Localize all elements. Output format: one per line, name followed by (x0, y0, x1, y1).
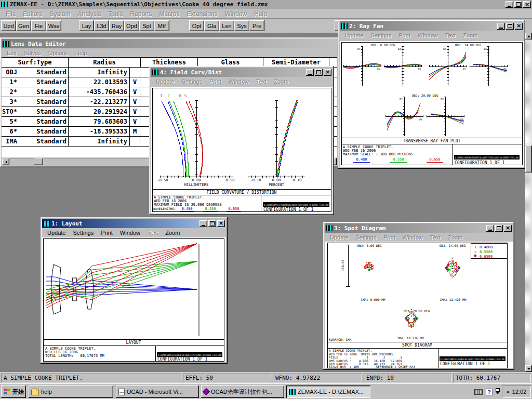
tray-restore-icon[interactable] (496, 388, 500, 396)
toolbar-gla[interactable]: Gla (204, 20, 219, 31)
spot-menu-settings[interactable]: Settings (352, 234, 380, 241)
fieldcurv-menu-settings[interactable]: Settings (178, 78, 206, 85)
spot-titlebar[interactable]: 3: Spot Diagram × (325, 223, 513, 233)
fieldcurv-titlebar[interactable]: 4: Field Curv/Dist × (151, 68, 332, 77)
rayfan-menu-zoom[interactable]: Zoom (459, 32, 481, 39)
toolbar-spt[interactable]: Spt (139, 20, 154, 31)
maximize-button[interactable] (208, 220, 216, 227)
maximize-button[interactable] (506, 23, 514, 30)
spot-menu-text[interactable]: Text (427, 234, 444, 241)
rayfan-menu-text[interactable]: Text (442, 32, 459, 39)
lde-menu-solves[interactable]: Solves (20, 49, 45, 57)
spot-menubar: Update Settings Print Window Text Zoom (325, 233, 513, 242)
close-button[interactable]: × (515, 23, 523, 30)
lde-menu-edit[interactable]: Edit (3, 49, 20, 57)
toolbar-ray[interactable]: Ray (109, 20, 124, 31)
keyboard-icon[interactable] (474, 389, 483, 395)
fieldcurv-menu-text[interactable]: Text (252, 78, 270, 85)
svg-text:FIELD CURVATURE / DISTORTION: FIELD CURVATURE / DISTORTION (207, 190, 277, 195)
lde-header-surf-type: Surf:Type (2, 58, 69, 67)
toolbar-upd[interactable]: Upd (1, 20, 16, 31)
layout-menu-update[interactable]: Update (44, 229, 69, 236)
close-button[interactable]: × (523, 1, 531, 8)
fieldcurv-menu-update[interactable]: Update (152, 78, 178, 85)
menu-reports[interactable]: Reports (126, 10, 155, 18)
lde-menu-help[interactable]: Help (72, 49, 91, 57)
menu-extensions[interactable]: Extensions (183, 10, 221, 18)
toolbar-lay[interactable]: Lay (79, 20, 94, 31)
scroll-up-arrow[interactable] (525, 33, 532, 39)
fieldcurv-menu-print[interactable]: Print (206, 78, 225, 85)
toolbar-gen[interactable]: Gen (16, 20, 31, 31)
main-titlebar[interactable]: ZEMAX-EE - D:\ZEMAX\Samples\Sequential\O… (0, 0, 532, 9)
mdi-vertical-scrollbar[interactable] (525, 33, 532, 372)
rayfan-menu-update[interactable]: Update (341, 32, 367, 39)
toolbar-mtf[interactable]: Mtf (154, 20, 169, 31)
toolbar-pre[interactable]: Pre (249, 20, 264, 31)
toolbar-opd[interactable]: Opd (124, 20, 139, 31)
close-button[interactable]: × (504, 225, 512, 232)
spot-window-icon (326, 225, 332, 231)
layout-menu-settings[interactable]: Settings (69, 229, 97, 236)
system-tray: ? (474, 385, 500, 398)
fieldcurv-menu-window[interactable]: Window (225, 78, 252, 85)
menu-analysis[interactable]: Analysis (74, 10, 105, 18)
toolbar-wav[interactable]: Wav (46, 20, 61, 31)
svg-text:MAXIMUM SCALE: ± 100.000 MICRO: MAXIMUM SCALE: ± 100.000 MICRONS. (343, 152, 415, 156)
menu-tools[interactable]: Tools (104, 10, 126, 18)
restore-button[interactable] (514, 1, 522, 8)
maximize-button[interactable] (495, 225, 503, 232)
toolbar-l3d[interactable]: L3d (94, 20, 109, 31)
layout-titlebar[interactable]: 1: Layout × (42, 219, 226, 228)
minimize-button[interactable] (200, 220, 207, 227)
menu-file[interactable]: File (2, 10, 19, 18)
rayfan-menu-settings[interactable]: Settings (367, 32, 395, 39)
start-button[interactable]: 开始 (1, 385, 26, 398)
minimize-button[interactable] (497, 23, 505, 30)
rayfan-menu-print[interactable]: Print (395, 32, 414, 39)
fieldcurv-menu-zoom[interactable]: Zoom (270, 78, 292, 85)
minimize-button[interactable] (486, 225, 494, 232)
layout-menu-print[interactable]: Print (97, 229, 116, 236)
spot-menu-zoom[interactable]: Zoom (444, 234, 466, 241)
close-button[interactable]: × (217, 220, 225, 227)
spot-menu-update[interactable]: Update (326, 234, 352, 241)
taskbar-button-zemax[interactable]: ZEMAX-EE - D:\ZEMAX... (286, 385, 370, 398)
taskbar-button-help[interactable]: help (29, 385, 113, 398)
toolbar-len[interactable]: Len (219, 20, 234, 31)
rayfan-titlebar[interactable]: 2: Ray Fan × (340, 21, 524, 31)
spot-menu-print[interactable]: Print (380, 234, 399, 241)
scroll-thumb[interactable] (525, 145, 532, 172)
taskbar-clock[interactable]: « 12:02 (502, 385, 531, 398)
menu-help[interactable]: Help (250, 10, 271, 18)
menu-system[interactable]: System (46, 10, 74, 18)
svg-text:CONFIGURATION 1 OF 1: CONFIGURATION 1 OF 1 (263, 207, 314, 212)
layout-menu-window[interactable]: Window (116, 229, 144, 236)
lde-menu-options[interactable]: Options (45, 49, 72, 57)
toolbar-sys[interactable]: Sys (234, 20, 249, 31)
tray-chevron[interactable]: « (507, 389, 510, 395)
scroll-down-arrow[interactable] (525, 365, 532, 372)
toolbar-opt[interactable]: Opt (189, 20, 204, 31)
maximize-button[interactable] (315, 69, 323, 76)
minimize-button[interactable] (506, 1, 513, 8)
spot-menu-window[interactable]: Window (399, 234, 427, 241)
minimize-button[interactable] (306, 69, 314, 76)
layout-menu-text[interactable]: Text (144, 229, 162, 236)
lde-titlebar[interactable]: Lens Data Editor (2, 39, 337, 48)
close-button[interactable]: × (324, 69, 331, 76)
taskbar-button-ocad-package[interactable]: OCAD光学设计软件包... (201, 385, 284, 398)
taskbar-button-ocad-microsoft[interactable]: OCAD - Microsoft Vi... (116, 385, 199, 398)
toolbar-fie[interactable]: Fie (31, 20, 46, 31)
menu-macros[interactable]: Macros (155, 10, 183, 18)
rayfan-menu-window[interactable]: Window (414, 32, 442, 39)
scroll-thumb[interactable] (34, 158, 43, 165)
help-tray-icon[interactable]: ? (486, 389, 493, 395)
layout-menu-zoom[interactable]: Zoom (162, 229, 183, 236)
menu-window[interactable]: Window (221, 10, 251, 18)
menu-editors[interactable]: Editors (19, 10, 46, 18)
svg-text:0.00: 0.00 (192, 178, 201, 182)
taskbar: 开始 help OCAD - Microsoft Vi... OCAD光学设计软… (0, 383, 532, 399)
svg-text:OBJ: 20.00 DEG: OBJ: 20.00 DEG (412, 94, 438, 97)
scroll-left-arrow[interactable] (2, 158, 9, 165)
